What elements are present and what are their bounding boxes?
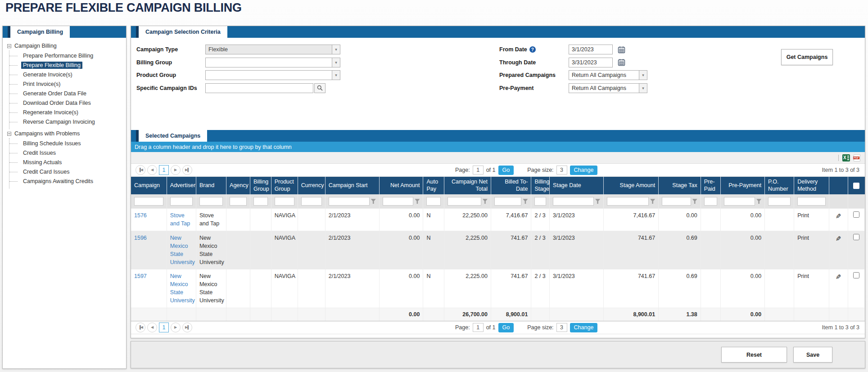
col-header-campaign[interactable]: Campaign [131,177,167,194]
campaign-link[interactable]: 1576 [134,212,147,219]
sidebar-item[interactable]: Billing Schedule Issues [9,139,123,148]
tab-campaign-selection-criteria[interactable]: Campaign Selection Criteria [136,26,227,38]
calendar-icon[interactable] [616,45,627,54]
filter-input-stage_tax[interactable] [662,197,691,206]
row-checkbox[interactable] [853,272,859,278]
filter-funnel-icon[interactable] [371,199,376,204]
previous-page-button[interactable] [147,165,157,175]
filter-input-campaign_net_total[interactable] [448,197,481,206]
reset-button[interactable]: Reset [721,347,787,363]
edit-pencil-icon[interactable]: ✎ [836,211,841,221]
col-header-pre_paid[interactable]: Pre-Paid [701,177,721,194]
filter-funnel-icon[interactable] [523,199,528,204]
col-header-campaign_net_total[interactable]: Campaign Net Total [444,177,491,194]
col-header-billing_group[interactable]: Billing Group [250,177,271,194]
sidebar-item[interactable]: Generate Order Data File [9,89,123,98]
filter-input-product_group[interactable] [275,197,294,206]
col-header-campaign_start[interactable]: Campaign Start [325,177,379,194]
col-header-stage_date[interactable]: Stage Date [550,177,604,194]
group-by-drop-zone[interactable]: Drag a column header and drop it here to… [131,142,865,152]
prepared-campaigns-dropdown[interactable]: Return All Campaigns ▾ [569,70,647,80]
filter-input-auto_pay[interactable] [426,197,441,206]
last-page-button[interactable] [182,323,192,332]
tree-root-item[interactable]: Campaigns with Problems [7,129,123,138]
filter-funnel-icon[interactable] [415,199,420,204]
filter-input-billing_stage[interactable] [534,197,546,206]
advertiser-link[interactable]: New Mexico State University [170,273,195,304]
sidebar-item[interactable]: Prepare Performance Billing [9,51,123,60]
filter-input-advertiser[interactable] [170,197,193,206]
edit-pencil-icon[interactable]: ✎ [836,234,841,244]
col-header-stage_tax[interactable]: Stage Tax [659,177,701,194]
calendar-icon[interactable] [616,58,627,67]
advertiser-link[interactable]: Stove and Tap [170,212,190,227]
sidebar-item[interactable]: Missing Actuals [9,157,123,167]
collapse-icon[interactable] [7,44,11,48]
previous-page-button[interactable] [147,323,157,332]
row-checkbox[interactable] [853,211,859,218]
sidebar-item[interactable]: Reverse Campaign Invoicing [9,117,123,126]
filter-input-billing_group[interactable] [253,197,268,206]
excel-export-icon[interactable]: X [842,154,850,161]
through-date-input[interactable] [569,58,613,67]
sidebar-item[interactable]: Print Invoice(s) [9,79,123,89]
sidebar-item[interactable]: Download Order Data Files [9,98,123,108]
page-number-input[interactable] [473,323,484,332]
col-header-product_group[interactable]: Product Group [271,177,298,194]
filter-input-campaign_start[interactable] [329,197,370,206]
next-page-button[interactable] [171,165,181,175]
tree-root-item[interactable]: Campaign Billing [7,41,123,50]
col-header-edit[interactable] [829,177,848,194]
filter-funnel-icon[interactable] [650,199,655,204]
filter-input-pre_paid[interactable] [704,197,718,206]
filter-funnel-icon[interactable] [756,199,761,204]
sidebar-item[interactable]: Credit Card Issues [9,167,123,176]
col-header-stage_amount[interactable]: Stage Amount [604,177,659,194]
filter-input-agency[interactable] [230,197,247,206]
sidebar-item[interactable]: Credit Issues [9,148,123,157]
sidebar-item[interactable]: Regenerate Invoice(s) [9,108,123,117]
filter-funnel-icon[interactable] [595,199,600,204]
advertiser-link[interactable]: New Mexico State University [170,235,195,265]
col-header-select[interactable] [848,177,865,194]
page-size-input[interactable] [556,323,567,332]
col-header-agency[interactable]: Agency [226,177,250,194]
last-page-button[interactable] [182,165,192,175]
col-header-brand[interactable]: Brand [196,177,226,194]
pdf-export-icon[interactable] [854,154,860,161]
chevron-down-icon[interactable]: ▾ [332,45,340,54]
filter-input-brand[interactable] [199,197,223,206]
filter-input-stage_amount[interactable] [607,197,649,206]
chevron-down-icon[interactable]: ▾ [332,58,340,67]
filter-input-stage_date[interactable] [553,197,594,206]
help-icon[interactable]: ? [529,46,536,53]
row-checkbox[interactable] [853,234,859,240]
filter-funnel-icon[interactable] [692,199,697,204]
filter-input-net_amount[interactable] [383,197,414,206]
page-number-input[interactable] [473,166,484,175]
sidebar-item[interactable]: Prepare Flexible Billing [9,60,123,70]
go-button[interactable]: Go [498,323,514,332]
current-page-indicator[interactable]: 1 [159,323,169,332]
billing-group-dropdown[interactable]: ▾ [205,58,340,67]
col-header-po_number[interactable]: P.O. Number [765,177,794,194]
campaign-type-dropdown[interactable]: Flexible ▾ [205,45,340,54]
first-page-button[interactable] [136,165,145,175]
filter-input-po_number[interactable] [768,197,791,206]
chevron-down-icon[interactable]: ▾ [332,71,340,80]
col-header-net_amount[interactable]: Net Amount [379,177,423,194]
change-page-size-button[interactable]: Change [570,323,598,332]
first-page-button[interactable] [136,323,145,332]
filter-input-pre_payment[interactable] [724,197,755,206]
sidebar-item[interactable]: Campaigns Awaiting Credits [9,176,123,186]
col-header-advertiser[interactable]: Advertiser [167,177,196,194]
col-header-billing_stage[interactable]: Billing Stage [531,177,550,194]
chevron-down-icon[interactable]: ▾ [639,84,647,93]
edit-pencil-icon[interactable]: ✎ [836,272,841,282]
col-header-currency[interactable]: Currency [298,177,325,194]
current-page-indicator[interactable]: 1 [159,165,169,175]
tab-selected-campaigns[interactable]: Selected Campaigns [136,130,207,142]
get-campaigns-button[interactable]: Get Campaigns [781,49,833,65]
filter-input-delivery_method[interactable] [797,197,825,206]
campaign-link[interactable]: 1597 [134,273,147,279]
